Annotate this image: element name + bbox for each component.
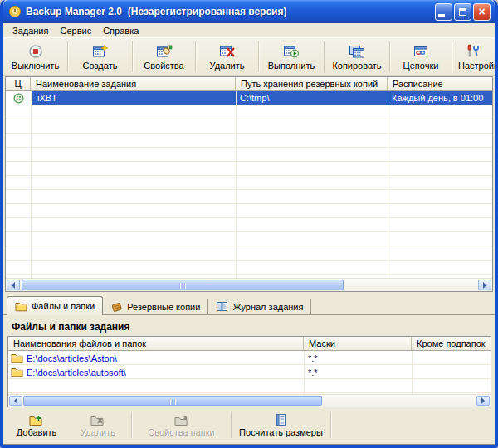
folder-icon — [11, 367, 23, 377]
folder-properties-icon — [174, 414, 189, 426]
arrow-right-icon — [483, 282, 486, 289]
app-icon — [8, 5, 22, 18]
delete-task-icon — [219, 44, 236, 59]
folder-path: E:\docs\articles\autosoft\ — [27, 368, 126, 377]
files-toolbar: Добавить Удалить Свойства папки — [3, 410, 495, 441]
arrow-left-icon — [12, 282, 15, 289]
col-header-task-name[interactable]: Наименование задания — [31, 77, 236, 90]
new-task-button[interactable]: Создать — [68, 38, 132, 75]
copy-task-button[interactable]: Копировать — [325, 38, 389, 75]
maximize-icon — [459, 8, 466, 16]
settings-button[interactable]: Настройки — [452, 38, 495, 75]
delete-task-label: Удалить — [210, 61, 245, 71]
task-status-cell — [6, 91, 31, 105]
tasks-horizontal-scrollbar[interactable] — [6, 278, 492, 291]
task-properties-button[interactable]: Свойства — [133, 38, 195, 75]
app-window: Backup Manager 2.0 (Незарегистрированная… — [0, 0, 498, 448]
task-active-icon — [13, 93, 24, 104]
backup-copies-icon — [110, 301, 123, 313]
calc-sizes-button[interactable]: Посчитать размеры — [233, 410, 329, 441]
scroll-left-button[interactable] — [7, 280, 20, 290]
tab-label: Журнал задания — [232, 302, 303, 312]
files-panel-heading: Файлы и папки задания — [3, 315, 495, 336]
folder-properties-button[interactable]: Свойства папки — [134, 410, 229, 441]
power-off-icon — [28, 44, 43, 59]
toolbar-divider — [231, 412, 232, 438]
tasks-table-header: Ц Наименование задания Путь хранения рез… — [6, 77, 492, 91]
folder-except — [412, 351, 491, 364]
remove-folder-label: Удалить — [81, 427, 115, 437]
folder-row[interactable]: E:\docs\articles\autosoft\ *.* — [8, 365, 491, 379]
column-divider — [31, 91, 32, 278]
close-button[interactable]: × — [473, 3, 491, 21]
column-divider — [388, 91, 388, 278]
tab-task-journal[interactable]: Журнал задания — [208, 299, 311, 314]
folder-path-cell: E:\docs\articles\Aston\ — [8, 351, 304, 364]
chains-icon — [413, 44, 429, 59]
run-task-icon — [283, 44, 300, 59]
power-off-label: Выключить — [12, 61, 59, 71]
remove-folder-icon — [90, 414, 105, 426]
window-title: Backup Manager 2.0 (Незарегистрированная… — [26, 6, 433, 17]
delete-task-button[interactable]: Удалить — [196, 38, 258, 75]
menu-service[interactable]: Сервис — [54, 25, 97, 37]
title-bar[interactable]: Backup Manager 2.0 (Незарегистрированная… — [3, 0, 495, 23]
files-table: Наименования файлов и папок Маски Кроме … — [7, 336, 491, 407]
run-task-label: Выполнить — [268, 61, 315, 71]
col-header-schedule[interactable]: Расписание — [388, 77, 492, 90]
arrow-left-icon — [14, 397, 17, 404]
folder-path-cell: E:\docs\articles\autosoft\ — [8, 365, 304, 378]
scroll-right-button[interactable] — [476, 396, 490, 406]
folder-icon — [11, 353, 23, 363]
detail-tabs: Файлы и папки Резервные копии — [3, 296, 495, 315]
calc-sizes-icon — [276, 413, 286, 426]
remove-folder-button[interactable]: Удалить — [66, 410, 129, 441]
settings-label: Настройки — [458, 61, 495, 71]
chains-label: Цепочки — [403, 61, 439, 71]
col-header-target[interactable]: Ц — [6, 77, 31, 90]
files-table-body: E:\docs\articles\Aston\ *.* E:\docs\arti… — [8, 351, 491, 394]
folder-path: E:\docs\articles\Aston\ — [27, 353, 117, 363]
scrollbar-thumb[interactable] — [23, 396, 322, 406]
col-header-masks[interactable]: Маски — [304, 337, 412, 350]
add-folder-button[interactable]: Добавить — [7, 410, 66, 441]
tasks-table: Ц Наименование задания Путь хранения рез… — [5, 76, 493, 292]
toolbar-divider — [131, 412, 132, 438]
files-table-header: Наименования файлов и папок Маски Кроме … — [8, 337, 491, 351]
column-divider — [236, 91, 237, 278]
scrollbar-thumb[interactable] — [22, 280, 344, 290]
task-row[interactable]: iXBT C:\tmp\ Каждый день, в 01:00 — [6, 91, 492, 105]
tab-backup-copies[interactable]: Резервные копии — [103, 299, 208, 314]
arrow-right-icon — [481, 397, 485, 404]
col-header-backup-path[interactable]: Путь хранения резервных копий — [236, 77, 388, 90]
close-icon: × — [478, 6, 485, 17]
add-folder-icon — [29, 414, 44, 426]
folder-except — [412, 365, 491, 378]
settings-icon — [452, 44, 481, 59]
task-schedule: Каждый день, в 01:00 — [388, 91, 492, 105]
menu-bar: Задания Сервис Справка — [3, 23, 495, 38]
tab-label: Файлы и папки — [32, 301, 95, 311]
minimize-icon — [438, 14, 445, 17]
task-name: iXBT — [31, 91, 236, 105]
scroll-right-button[interactable] — [478, 280, 491, 290]
folder-row[interactable]: E:\docs\articles\Aston\ *.* — [8, 351, 491, 365]
menu-help[interactable]: Справка — [97, 25, 144, 37]
run-task-button[interactable]: Выполнить — [259, 38, 324, 75]
minimize-button[interactable] — [435, 3, 452, 21]
chains-button[interactable]: Цепочки — [390, 38, 452, 75]
col-header-file-names[interactable]: Наименования файлов и папок — [8, 337, 304, 350]
col-header-except-subfolders[interactable]: Кроме подпапок — [412, 337, 491, 350]
new-task-label: Создать — [83, 61, 118, 71]
menu-tasks[interactable]: Задания — [7, 25, 54, 37]
column-divider — [412, 351, 413, 394]
maximize-button[interactable] — [454, 3, 471, 21]
files-horizontal-scrollbar[interactable] — [8, 394, 491, 407]
tab-files-and-folders[interactable]: Файлы и папки — [7, 296, 103, 315]
tasks-table-body: iXBT C:\tmp\ Каждый день, в 01:00 — [6, 91, 492, 278]
power-off-button[interactable]: Выключить — [3, 38, 67, 75]
scroll-left-button[interactable] — [9, 396, 22, 406]
folder-mask: *.* — [304, 365, 412, 378]
add-folder-label: Добавить — [17, 427, 57, 437]
column-divider — [304, 351, 305, 394]
